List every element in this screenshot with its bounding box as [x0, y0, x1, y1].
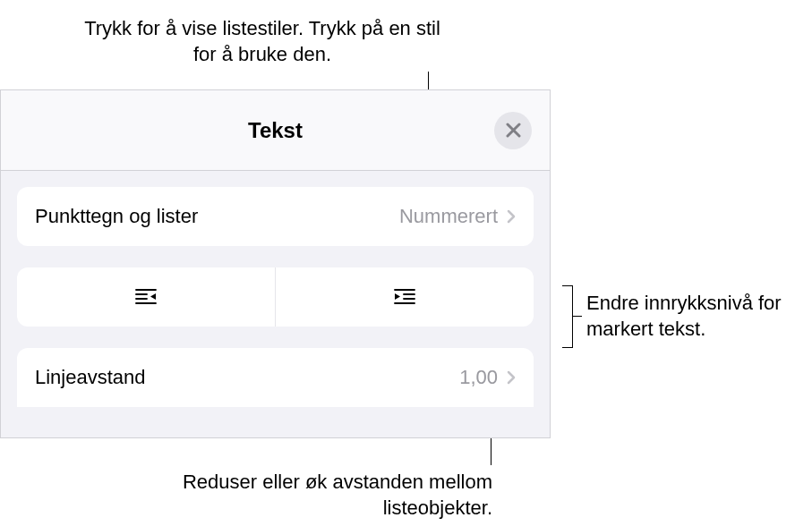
panel-header: Tekst — [1, 90, 550, 171]
line-spacing-row[interactable]: Linjeavstand 1,00 — [17, 348, 534, 407]
annotation-bottom: Reduser eller øk avstanden mellom listeo… — [161, 470, 492, 521]
increase-indent-button[interactable] — [276, 267, 534, 327]
bullets-value-container: Nummerert — [399, 205, 516, 228]
spacing-label: Linjeavstand — [35, 366, 146, 389]
chevron-right-icon — [507, 370, 516, 385]
bullets-and-lists-row[interactable]: Punkttegn og lister Nummerert — [17, 187, 534, 246]
chevron-right-icon — [507, 209, 516, 224]
spacing-value: 1,00 — [459, 366, 498, 389]
spacing-value-container: 1,00 — [459, 366, 516, 389]
panel-title: Tekst — [248, 118, 303, 143]
bullets-value: Nummerert — [399, 205, 498, 228]
decrease-indent-icon — [133, 287, 158, 307]
panel-body: Punkttegn og lister Nummerert — [1, 171, 550, 423]
close-icon — [506, 123, 521, 138]
text-format-panel: Tekst Punkttegn og lister Nummerert — [0, 89, 551, 438]
callout-bracket — [562, 285, 573, 348]
decrease-indent-button[interactable] — [17, 267, 276, 327]
callout-bracket-connector — [573, 316, 582, 317]
close-button[interactable] — [494, 112, 532, 149]
increase-indent-icon — [392, 287, 417, 307]
annotation-right: Endre innrykksnivå for markert tekst. — [586, 291, 806, 342]
bullets-label: Punkttegn og lister — [35, 205, 198, 228]
indent-controls-row — [17, 267, 534, 327]
annotation-top: Trykk for å vise listestiler. Trykk på e… — [83, 16, 441, 67]
